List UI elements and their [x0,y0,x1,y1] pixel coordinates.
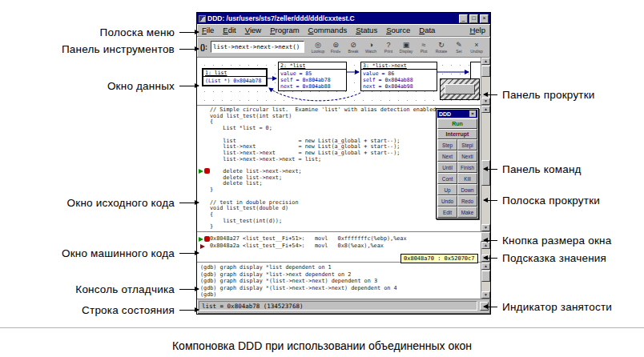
callout-label: Консоль отладчика [75,283,175,295]
graph-node-title: 1: list [203,70,266,77]
machine-code-line[interactable]: 0x8048a27 <list_test__Fi+51>: movl 0xfff… [210,235,407,243]
source-code-line[interactable]: } [210,224,436,231]
callout-arrow [484,94,497,95]
console-line[interactable]: (gdb) graph display *(list->next->next->… [200,285,397,292]
console-lines: (gdb) graph display *list dependent on 1… [200,264,397,299]
data-window[interactable]: 1: list (List *) 0x804ab78 2: *list valu… [197,58,490,106]
argument-input[interactable] [211,41,304,53]
menu-item[interactable]: Source [386,26,410,34]
menu-item[interactable]: Program [270,26,299,34]
graph-node-values: value = 85 self = 0x804ab78 next = 0x804… [279,70,346,90]
menu-item[interactable]: File [202,26,214,34]
window-title: DDD: /usr/users/sts7/zeller/ddd/ddd/cxxt… [207,14,457,22]
menu-item[interactable]: Status [356,26,377,34]
command-button-left[interactable]: Until [437,162,457,173]
breakpoint-icon[interactable] [199,168,210,174]
window-titlebar[interactable]: DDD: /usr/users/sts7/zeller/ddd/ddd/cxxt… [197,13,490,24]
scroll-up-icon[interactable]: ▲ [481,106,490,113]
console-line[interactable]: (gdb) graph display *(list->next->next) … [200,278,397,285]
source-code-line[interactable]: List *list = 0; [210,126,436,132]
command-button-right[interactable]: Down [457,184,477,195]
machine-breakpoint-icon[interactable] [199,236,210,242]
toolbar-button[interactable]: ≈ Plot [415,41,433,54]
callout-arrow [179,49,199,50]
callout: Индикатор занятости [484,301,612,313]
console-scrollbar[interactable]: ▲ ▼ [481,263,490,299]
callout-arrow [179,86,199,86]
toolbar-button[interactable]: ◑ Watch [362,41,380,54]
menu-item[interactable]: Data [419,26,435,34]
graph-node[interactable]: 3: *list->next value = 86 self = 0x804ab… [360,62,437,91]
scrollbar-thumb[interactable] [481,271,490,282]
menu-item[interactable]: Commands [308,26,348,34]
exec-arrow-icon [199,237,203,242]
source-code-line[interactable]: list->next->next->next = list; [210,157,436,163]
graph-node[interactable]: 2: *list value = 85 self = 0x804ab78 nex… [278,62,347,91]
toolbar-button[interactable]: ⊘ Break [344,41,362,54]
panner[interactable] [440,78,480,100]
source-code-line[interactable]: delete list; [210,181,436,187]
callout-label: Индикатор занятости [502,301,612,313]
debugger-console[interactable]: (gdb) graph display *list dependent on 1… [197,263,490,299]
toolbar-button[interactable]: ⊚ Find» [327,41,344,54]
toolbar-button[interactable]: × Undisp [468,41,485,54]
scroll-down-icon[interactable]: ▼ [481,224,490,231]
machine-code-line[interactable]: 0x8048a2a <list_test__Fi+54>: movl 0x8(%… [210,243,407,250]
command-button-left[interactable]: Up [437,184,457,195]
command-button-left[interactable]: Edit [437,207,457,218]
menu-items: FileEditViewProgramCommandsStatusSourceD… [202,26,469,34]
run-button[interactable]: Run [437,118,477,129]
panner-handle[interactable] [445,84,475,94]
command-button-left[interactable]: Next [437,150,457,162]
menu-bar: FileEditViewProgramCommandsStatusSourceD… [197,24,490,37]
minimize-button[interactable]: _ [459,14,468,23]
interrupt-button[interactable]: Interrupt [437,129,477,139]
graph-node[interactable]: 1: list (List *) 0x804ab78 [202,68,268,86]
toolbar-button[interactable]: ✎ Set [450,41,468,54]
command-button-right[interactable]: Kill [457,173,477,184]
command-tool-titlebar[interactable]: DDD × [437,110,477,118]
argument-label: (): [200,43,207,51]
toolbar-button[interactable]: ▣ Display [397,41,415,54]
command-button-right[interactable]: Redo [457,195,477,207]
source-code-line[interactable]: list_test(int(d)); [210,219,436,225]
toolbar-button-icon: ⊚ [332,41,339,49]
toolbar-button[interactable]: ? Print [380,41,397,54]
console-line[interactable]: (gdb) [200,291,397,299]
menu-item[interactable]: Edit [223,26,235,34]
command-tool-title: DDD [439,111,451,117]
source-code-line[interactable]: } [210,187,436,194]
command-button-left[interactable]: Step [437,139,457,150]
scroll-down-icon[interactable]: ▼ [481,291,490,299]
toolbar-button-label: Watch [365,49,376,54]
callout-label: Панель команд [502,163,582,175]
figure-caption: Компоновка DDD при использовании объедин… [0,339,644,352]
scroll-up-icon[interactable]: ▲ [481,58,490,65]
command-button-right[interactable]: Nexti [457,150,477,162]
command-button-left[interactable]: Cont [437,173,457,184]
command-button-right[interactable]: Make [457,207,477,218]
maximize-button[interactable]: □ [469,14,478,23]
graph-node-values: (List *) 0x804ab78 [203,77,266,85]
source-code-line[interactable]: void list_test(int start) [210,114,436,120]
console-line[interactable]: (gdb) graph display *list->next dependen… [200,271,397,279]
toolbar-button[interactable]: ◎ Lookup [309,41,327,54]
command-button-left[interactable]: Undo [437,195,457,207]
menu-item-help[interactable]: Help [469,26,485,34]
console-line[interactable]: (gdb) graph display *list dependent on 1 [200,264,397,271]
toolbar-button-icon: × [474,41,478,49]
command-button-row: Up Down [437,184,477,195]
close-button[interactable]: × [480,14,489,23]
callout-label: Окно машинного кода [62,247,175,259]
scrollbar-thumb[interactable] [481,66,490,77]
command-tool-close-icon[interactable]: × [469,110,476,117]
toolbar-button-label: Undisp [470,49,483,54]
command-button-right[interactable]: Finish [457,162,477,173]
toolbar-button[interactable]: ↻ Rotate [433,41,450,54]
callout-label: Полоска меню [100,26,175,38]
command-button-right[interactable]: Stepi [457,139,477,150]
menu-item[interactable]: View [245,26,261,34]
source-code-line[interactable]: void list_test(double d) [210,206,436,212]
source-window[interactable]: // Simple circular list. Examine 'list' … [197,106,490,232]
callout-arrow [484,258,497,259]
